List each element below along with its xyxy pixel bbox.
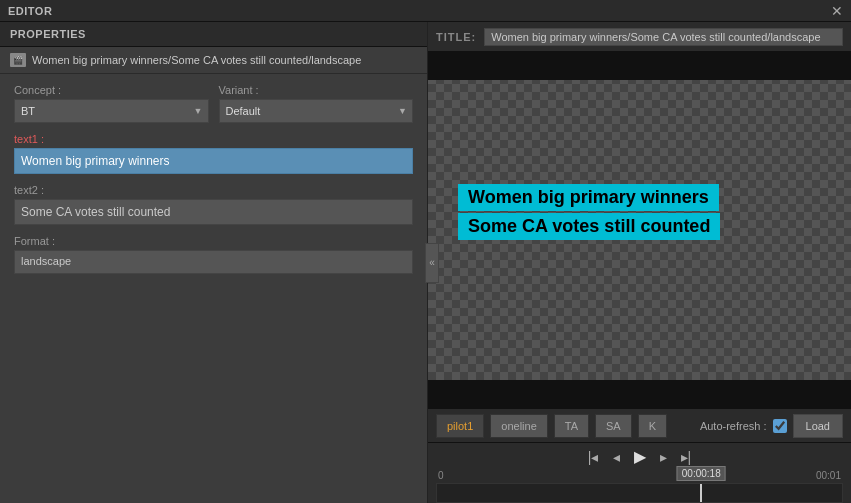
- text1-label: text1 :: [14, 133, 413, 145]
- timeline-end: 00:01: [816, 470, 841, 481]
- concept-group: Concept : BT ▼: [14, 84, 209, 123]
- auto-refresh-checkbox-wrapper[interactable]: [773, 419, 787, 433]
- window-title: EDITOR: [8, 5, 52, 17]
- preview-area: Women big primary winners Some CA votes …: [428, 52, 851, 408]
- close-button[interactable]: ✕: [831, 4, 843, 18]
- timeline-start: 0: [438, 470, 444, 481]
- tab-k[interactable]: K: [638, 414, 667, 438]
- step-back-icon: ◂: [613, 449, 620, 465]
- properties-header: PROPERTIES: [0, 22, 427, 47]
- black-bar-bottom: [428, 380, 851, 408]
- overlay-line2: Some CA votes still counted: [458, 213, 720, 240]
- overlay-line1: Women big primary winners: [458, 184, 719, 211]
- playback-toolbar: pilot1 oneline TA SA K Auto-refresh : Lo…: [428, 409, 851, 443]
- format-label: Format :: [14, 235, 413, 247]
- format-value: landscape: [14, 250, 413, 274]
- black-bar-top: [428, 52, 851, 80]
- variant-label: Variant :: [219, 84, 414, 96]
- overlay-text-area: Women big primary winners Some CA votes …: [458, 184, 851, 240]
- text2-input[interactable]: [14, 199, 413, 225]
- concept-select[interactable]: BT: [14, 99, 209, 123]
- title-value: Women big primary winners/Some CA votes …: [484, 28, 843, 46]
- checkerboard: Women big primary winners Some CA votes …: [428, 52, 851, 408]
- left-panel: PROPERTIES 🎬 Women big primary winners/S…: [0, 22, 428, 503]
- skip-back-button[interactable]: |◂: [588, 449, 599, 465]
- step-forward-icon: ▸: [660, 449, 667, 465]
- title-bar: TITLE: Women big primary winners/Some CA…: [428, 22, 851, 52]
- variant-group: Variant : Default ▼: [219, 84, 414, 123]
- text2-label: text2 :: [14, 184, 413, 196]
- tab-ta[interactable]: TA: [554, 414, 589, 438]
- step-back-button[interactable]: ◂: [613, 449, 620, 465]
- load-button[interactable]: Load: [793, 414, 843, 438]
- title-label: TITLE:: [436, 31, 476, 43]
- tab-pilot[interactable]: pilot1: [436, 414, 484, 438]
- playback-controls: |◂ ◂ ▶ ▸ ▸|: [436, 447, 843, 466]
- skip-forward-icon: ▸|: [681, 449, 692, 465]
- auto-refresh-checkbox[interactable]: [773, 419, 787, 433]
- file-name: Women big primary winners/Some CA votes …: [32, 54, 361, 66]
- collapse-button[interactable]: «: [425, 243, 439, 283]
- main-layout: PROPERTIES 🎬 Women big primary winners/S…: [0, 22, 851, 503]
- text1-row: text1 :: [14, 133, 413, 174]
- skip-back-icon: |◂: [588, 449, 599, 465]
- tab-sa[interactable]: SA: [595, 414, 632, 438]
- concept-select-wrapper: BT ▼: [14, 99, 209, 123]
- timeline-area: |◂ ◂ ▶ ▸ ▸| 0: [428, 443, 851, 503]
- concept-variant-row: Concept : BT ▼ Variant : Default ▼: [14, 84, 413, 123]
- format-row: Format : landscape: [14, 235, 413, 274]
- tab-oneline[interactable]: oneline: [490, 414, 547, 438]
- auto-refresh-label: Auto-refresh :: [700, 420, 767, 432]
- timeline-labels: 0 00:01: [436, 470, 843, 481]
- play-button[interactable]: ▶: [634, 447, 646, 466]
- right-panel: TITLE: Women big primary winners/Some CA…: [428, 22, 851, 503]
- play-icon: ▶: [634, 447, 646, 466]
- concept-label: Concept :: [14, 84, 209, 96]
- step-forward-button[interactable]: ▸: [660, 449, 667, 465]
- skip-forward-button[interactable]: ▸|: [681, 449, 692, 465]
- text2-row: text2 :: [14, 184, 413, 225]
- window-title-bar: EDITOR ✕: [0, 0, 851, 22]
- text1-input[interactable]: [14, 148, 413, 174]
- timeline-needle: 00:00:18: [700, 484, 702, 502]
- bottom-controls: pilot1 oneline TA SA K Auto-refresh : Lo…: [428, 408, 851, 503]
- form-area: Concept : BT ▼ Variant : Default ▼: [0, 74, 427, 503]
- variant-select[interactable]: Default: [219, 99, 414, 123]
- timecode-bubble: 00:00:18: [677, 466, 726, 481]
- file-icon: 🎬: [10, 53, 26, 67]
- timeline-track[interactable]: 00:00:18: [436, 483, 843, 503]
- file-row: 🎬 Women big primary winners/Some CA vote…: [0, 47, 427, 74]
- variant-select-wrapper: Default ▼: [219, 99, 414, 123]
